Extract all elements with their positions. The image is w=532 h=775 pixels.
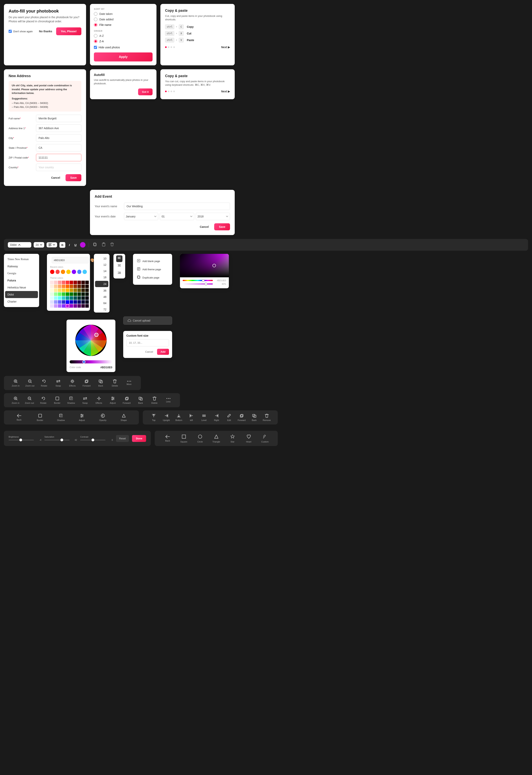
theme-color[interactable] [70,284,73,288]
theme-color[interactable] [81,292,85,296]
tool-back-pos[interactable]: Back [248,414,260,422]
tool-triangle[interactable]: Triangle [209,434,223,443]
no-thanks-button[interactable]: No thanks [37,28,55,34]
size-24-active[interactable]: 24 [95,281,108,287]
theme-color[interactable] [62,284,65,288]
theme-color-selected[interactable] [66,304,69,308]
tool-rotate-1[interactable]: Rotate [38,379,50,387]
theme-color[interactable] [66,296,69,300]
align-right-btn[interactable] [116,270,122,277]
theme-color[interactable] [70,288,73,292]
order-za[interactable]: Z-A [94,40,153,43]
theme-color[interactable] [54,296,58,300]
theme-color[interactable] [81,288,85,292]
recent-color-6[interactable] [77,270,82,274]
tool-shape-shape[interactable]: Shape [118,414,130,422]
theme-color[interactable] [77,281,81,284]
theme-color[interactable] [50,300,54,304]
tool-zoom-in-2[interactable]: Zoom in [10,396,22,404]
align-selector[interactable] [47,242,57,247]
theme-color[interactable] [58,292,61,296]
theme-color[interactable] [77,296,81,300]
month-select[interactable]: January [124,213,158,220]
brightness-bar[interactable] [70,360,112,363]
tool-forward-2[interactable]: Forward [121,396,133,404]
theme-color[interactable] [74,300,77,304]
tool-circle[interactable]: Circle [193,434,207,443]
tool-opacity-shape[interactable]: Opacity [97,414,109,422]
country-input[interactable] [36,164,81,171]
tool-adjust-shape[interactable]: Adjust [76,414,88,422]
theme-color[interactable] [58,284,61,288]
tool-edit[interactable]: Edit [223,414,235,422]
theme-color[interactable] [66,281,69,284]
size-12[interactable]: 12 [94,262,110,268]
duplicate-page-button[interactable]: Duplicate page [136,273,169,282]
zip-input[interactable] [36,154,81,161]
tool-zoom-in-1[interactable]: Zoom in [10,379,22,387]
tool-effects-2[interactable]: Effects [93,396,105,404]
tool-left[interactable]: left [186,414,197,422]
theme-color[interactable] [62,304,65,308]
font-item-futura[interactable]: Futura [4,277,39,284]
tool-swap-2[interactable]: Swap [79,396,91,404]
text-color-swatch[interactable] [80,242,85,247]
size-14[interactable]: 14 [94,268,110,274]
theme-color[interactable] [70,296,73,300]
event-name-input[interactable] [124,202,230,210]
tool-top[interactable]: Top [148,414,160,422]
tool-delete-2[interactable]: Delete [149,396,160,404]
tool-adjust-2[interactable]: Adjust [107,396,119,404]
tool-star[interactable]: Star [226,434,239,443]
tool-back-sel[interactable]: Back [161,435,174,442]
custom-font-input[interactable] [126,339,169,346]
saturation-slider[interactable] [44,440,70,440]
tool-level[interactable]: Level [198,414,210,422]
recent-color-4[interactable] [66,270,71,274]
size-72[interactable]: 72 [94,306,110,312]
theme-color[interactable] [77,300,81,304]
custom-font-add[interactable]: Add [157,349,169,355]
tool-more-1[interactable]: More [123,380,135,385]
font-item-raleway[interactable]: Raleway [4,263,39,270]
theme-color[interactable] [66,284,69,288]
next-button-1[interactable]: Next ▶ [221,46,230,49]
sort-date-added[interactable]: Date added [94,18,153,21]
full-name-input[interactable] [36,115,81,122]
theme-color[interactable] [50,292,54,296]
theme-color[interactable] [54,292,58,296]
theme-color[interactable] [70,304,73,308]
tool-forward-1[interactable]: Forward [81,379,92,387]
theme-color[interactable] [81,304,85,308]
theme-color[interactable] [58,304,61,308]
theme-color[interactable] [66,300,69,304]
font-selector[interactable]: Didot [8,242,31,247]
align-left-btn[interactable] [116,255,122,262]
color-gradient-area[interactable] [180,254,229,277]
apply-button[interactable]: Apply [94,52,153,61]
reset-button[interactable]: Reset [116,435,129,442]
theme-color[interactable] [50,296,54,300]
align-center-btn[interactable] [116,263,122,269]
theme-color[interactable] [50,288,54,292]
event-cancel-button[interactable]: Cancel [197,223,212,230]
theme-color[interactable] [77,288,81,292]
tool-forward-pos[interactable]: Forward [236,414,247,422]
next-button-2[interactable]: Next ▶ [221,90,230,93]
theme-color[interactable] [70,300,73,304]
theme-color[interactable] [85,281,89,284]
theme-color[interactable] [77,304,81,308]
tool-less-2[interactable]: Less [163,398,174,403]
tool-delete-1[interactable]: Delete [109,379,121,387]
italic-button[interactable]: I [68,242,71,247]
theme-color[interactable] [85,292,89,296]
tool-back-2[interactable]: Back [135,396,146,404]
theme-color[interactable] [74,281,77,284]
theme-color[interactable] [81,300,85,304]
theme-color[interactable] [62,300,65,304]
theme-color[interactable] [74,296,77,300]
brightness-slider[interactable] [9,440,34,440]
theme-color[interactable] [62,296,65,300]
theme-color[interactable] [62,292,65,296]
tool-upright[interactable]: Upright [160,414,172,422]
